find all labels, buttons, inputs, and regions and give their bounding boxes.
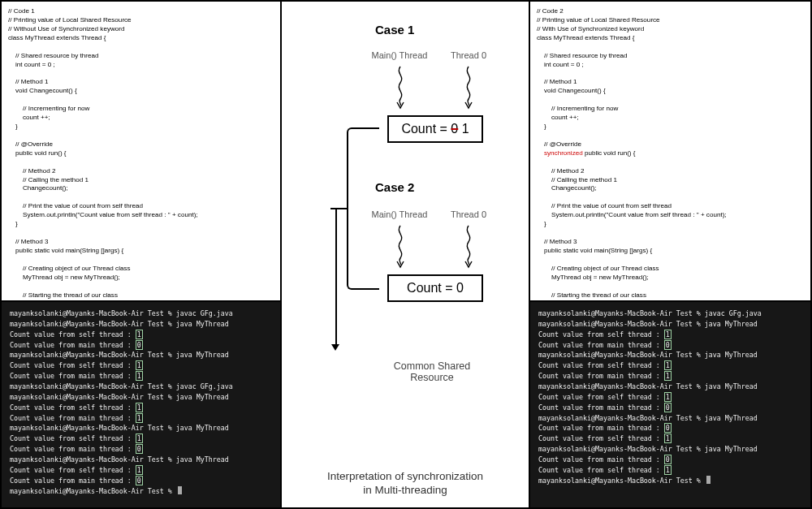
code-line: public static void main(String []args) { — [8, 247, 123, 254]
code-line: // Method 1 — [8, 78, 49, 85]
right-column: // Code 2 // Printing value of Local Sha… — [530, 2, 810, 507]
code-line: } — [537, 123, 546, 130]
code-line: count ++; — [8, 114, 50, 121]
terminal-line: Count value from main thread : 0 — [538, 455, 802, 465]
code-line: } — [8, 123, 18, 130]
code-line: // Starting the thread of our class — [537, 291, 646, 299]
code-line: Changecount(); — [8, 184, 68, 192]
diagram-area: Case 1 Main() Thread Thread 0 Count = 0 … — [282, 2, 529, 507]
squiggle-icon — [462, 65, 475, 110]
terminal-line: Count value from self thread : 1 — [538, 392, 802, 403]
squiggle-icon — [394, 65, 407, 110]
code-line: // With Use of Synchronized keyword — [537, 25, 644, 32]
code-line: void Changecount() { — [8, 87, 77, 94]
code-line: // Code 1 — [8, 7, 35, 15]
thread0-label-2: Thread 0 — [444, 209, 493, 219]
terminal-line: Count value from main thread : 1 — [538, 371, 802, 382]
terminal-line: Count value from self thread : 1 — [538, 434, 802, 444]
terminal-line: Count value from main thread : 0 — [538, 403, 802, 413]
code-line: // Creating object of our Thread class — [8, 265, 131, 272]
terminal-line: mayanksolanki@Mayanks-MacBook-Air Test % — [10, 486, 272, 497]
squiggle-icon — [462, 224, 475, 269]
code-line: // Shared resource by thread — [537, 52, 628, 59]
terminal-line: Count value from self thread : 1 — [538, 330, 802, 340]
code1-pane: // Code 1 // Printing value of Local Sha… — [2, 2, 280, 302]
terminal-line: Count value from self thread : 1 — [10, 434, 272, 444]
count-box-1: Count = 0 1 — [387, 115, 483, 143]
terminal-line: mayanksolanki@Mayanks-MacBook-Air Test %… — [538, 308, 802, 319]
thread0-label-1: Thread 0 — [444, 50, 493, 60]
code-line: Changecount(); — [537, 184, 597, 192]
code-line: // Code 2 — [537, 7, 564, 15]
code-line: // Method 3 — [8, 238, 49, 245]
terminal-line: mayanksolanki@Mayanks-MacBook-Air Test %… — [10, 350, 272, 360]
count-struck: 0 — [451, 122, 458, 136]
terminal-line: mayanksolanki@Mayanks-MacBook-Air Test %… — [538, 319, 802, 330]
terminal-line: Count value from main thread : 0 — [538, 340, 802, 351]
terminal-line: mayanksolanki@Mayanks-MacBook-Air Test %… — [10, 455, 272, 465]
terminal2-pane: mayanksolanki@Mayanks-MacBook-Air Test %… — [530, 302, 810, 507]
terminal-line: mayanksolanki@Mayanks-MacBook-Air Test % — [538, 476, 802, 486]
diagram-caption: Interpretation of synchronization in Mul… — [282, 469, 529, 498]
code-line: // Print the value of count from self th… — [8, 202, 143, 209]
terminal-line: mayanksolanki@Mayanks-MacBook-Air Test %… — [10, 423, 272, 434]
code-line: public static void main(String []args) { — [537, 247, 652, 254]
terminal-line: Count value from main thread : 0 — [10, 476, 272, 486]
terminal-line: mayanksolanki@Mayanks-MacBook-Air Test %… — [538, 444, 802, 455]
csr-text: Common Shared Resource — [375, 360, 489, 383]
middle-column: Case 1 Main() Thread Thread 0 Count = 0 … — [282, 2, 530, 507]
code-line: // Method 2 — [8, 167, 55, 175]
terminal-line: mayanksolanki@Mayanks-MacBook-Air Test %… — [10, 308, 272, 319]
code-line: // @Override — [537, 140, 581, 148]
code-line: // Calling the method 1 — [537, 176, 617, 183]
code-line: // Method 1 — [537, 78, 577, 85]
terminal-line: mayanksolanki@Mayanks-MacBook-Air Test %… — [538, 382, 802, 392]
left-column: // Code 1 // Printing value of Local Sha… — [2, 2, 282, 507]
code-line: public void run() { — [8, 149, 67, 157]
terminal-line: Count value from self thread : 1 — [10, 465, 272, 476]
terminal-line: mayanksolanki@Mayanks-MacBook-Air Test %… — [538, 413, 802, 424]
count-label: Count = — [401, 122, 451, 136]
terminal-line: Count value from main thread : 0 — [10, 444, 272, 455]
count-new: 1 — [458, 122, 469, 136]
common-shared-resource-label: Common Shared Resource — [375, 360, 489, 383]
code-line: // Creating object of our Thread class — [537, 265, 659, 272]
code-line: void Changecount() { — [537, 87, 606, 94]
terminal-line: Count value from self thread : 1 — [10, 403, 272, 413]
arrowhead-icon — [331, 344, 339, 351]
terminal-line: Count value from main thread : 0 — [538, 423, 802, 434]
code-line: // Incrementing for now — [8, 105, 89, 112]
code-line: // Method 2 — [537, 167, 584, 175]
code-line: count ++; — [537, 114, 579, 121]
terminal-line: mayanksolanki@Mayanks-MacBook-Air Test %… — [10, 382, 272, 392]
terminal-line: Count value from self thread : 1 — [538, 465, 802, 476]
terminal-line: Count value from self thread : 1 — [10, 360, 272, 371]
terminal-line: Count value from self thread : 1 — [538, 360, 802, 371]
synchronized-keyword: synchronized — [544, 149, 583, 157]
code-line: // @Override — [8, 140, 53, 148]
code-line: // Printing value of Local Shared Resour… — [537, 16, 660, 24]
code-line: System.out.println("Count value from sel… — [537, 211, 727, 218]
code-line: MyThread obj = new MyThread(); — [537, 274, 649, 281]
code-line: int count = 0 ; — [537, 61, 584, 68]
code-line: } — [537, 220, 546, 227]
terminal-line: Count value from self thread : 1 — [10, 330, 272, 340]
code-line: // Print the value of count from self th… — [537, 202, 672, 209]
code-line: synchronized public void run() { — [537, 149, 636, 157]
count-value: 0 — [456, 281, 464, 295]
terminal1-pane: mayanksolanki@Mayanks-MacBook-Air Test %… — [2, 302, 280, 507]
terminal-line: mayanksolanki@Mayanks-MacBook-Air Test %… — [10, 392, 272, 403]
main-thread-label-1: Main() Thread — [363, 50, 436, 60]
terminal-line: Count value from main thread : 0 — [10, 340, 272, 351]
terminal-line: Count value from main thread : 1 — [10, 371, 272, 382]
code-line: class MyThread extends Thread { — [537, 34, 634, 41]
code-line: class MyThread extends Thread { — [8, 34, 106, 41]
squiggle-icon — [394, 224, 407, 269]
code-line: MyThread obj = new MyThread(); — [8, 274, 120, 281]
code-line: int count = 0 ; — [8, 61, 55, 68]
count-label: Count = — [407, 281, 456, 295]
code-line: // Without Use of Synchronized keyword — [8, 25, 125, 32]
caption-line: in Multi-threading — [282, 483, 529, 498]
terminal-line: mayanksolanki@Mayanks-MacBook-Air Test %… — [10, 319, 272, 330]
code-line: // Shared resource by thread — [8, 52, 99, 59]
